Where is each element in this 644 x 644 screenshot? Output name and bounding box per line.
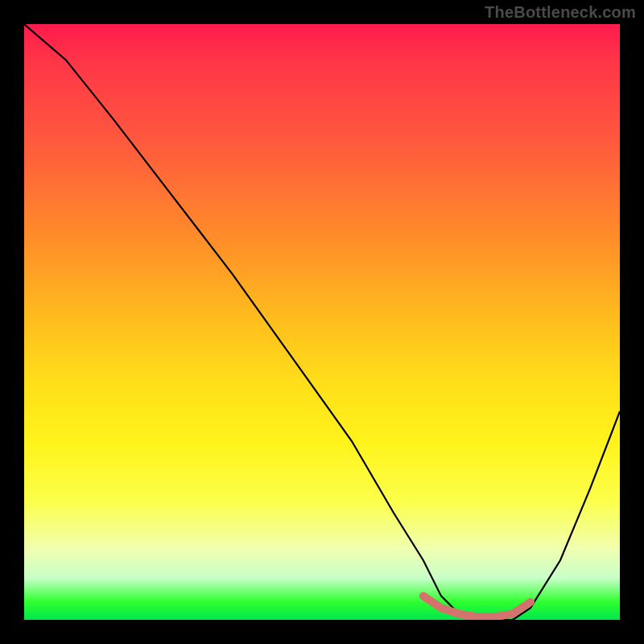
watermark-text: TheBottleneck.com	[485, 3, 636, 22]
highlight-marker	[423, 596, 530, 617]
bottleneck-curve	[24, 24, 620, 620]
curve-layer	[24, 24, 620, 620]
chart-container: TheBottleneck.com	[0, 0, 644, 644]
